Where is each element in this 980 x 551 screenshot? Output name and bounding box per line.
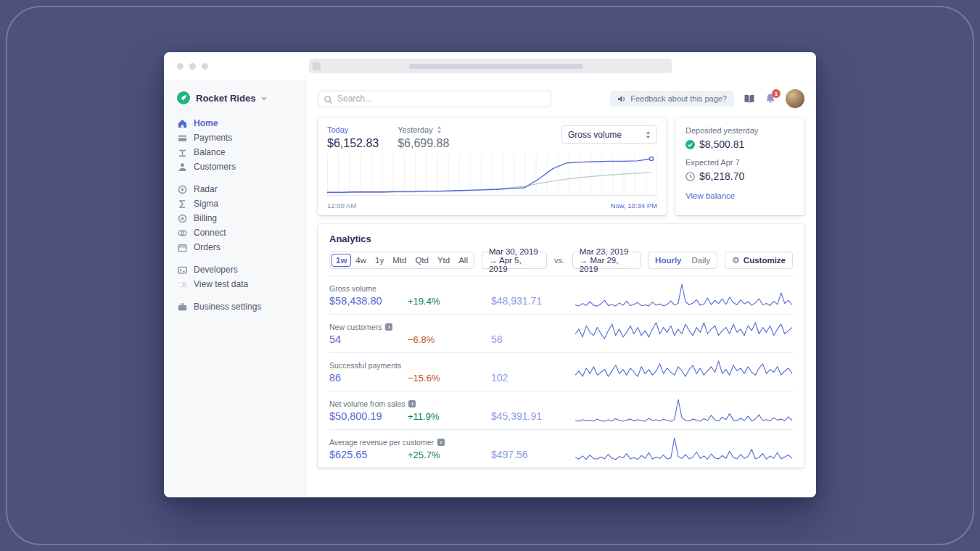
nav-section-products: Radar Sigma Billing Connect Orders <box>177 182 305 254</box>
account-switcher[interactable]: Rocket Rides <box>177 91 305 104</box>
metric-row-new-customers: New customersi 54 −6.8% 58 <box>329 314 793 352</box>
customize-label: Customize <box>744 256 786 265</box>
metric-delta: +11.9% <box>408 411 491 422</box>
close-button[interactable] <box>177 63 184 70</box>
sidebar-item-payments[interactable]: Payments <box>177 130 305 145</box>
account-name: Rocket Rides <box>196 93 255 104</box>
comparison-period-picker[interactable]: Mar 23, 2019 → Mar 29, 2019 <box>572 252 641 269</box>
sparkline-gross-volume <box>575 282 793 308</box>
today-value: $6,152.83 <box>327 137 379 150</box>
check-circle-icon <box>685 140 695 149</box>
sidebar-item-orders[interactable]: Orders <box>177 240 305 254</box>
megaphone-icon <box>617 95 626 103</box>
chevron-down-icon <box>261 96 267 100</box>
sparkline-net-volume <box>575 397 793 423</box>
sidebar-item-view-test-data[interactable]: View test data <box>177 277 305 291</box>
customize-button[interactable]: ⚙ Customize <box>725 252 793 269</box>
metric-label: Net volume from sales <box>329 399 405 408</box>
sidebar-item-developers[interactable]: Developers <box>177 262 305 277</box>
feedback-label: Feedback about this page? <box>630 94 727 103</box>
metric-delta: −6.8% <box>408 334 491 345</box>
customers-icon <box>177 162 187 172</box>
expected-label: Expected Apr 7 <box>685 158 794 167</box>
granularity-toggle: Hourly Daily <box>648 252 717 269</box>
select-stepper-icon <box>646 131 651 138</box>
sidebar-item-billing[interactable]: Billing <box>177 211 305 225</box>
sigma-icon <box>177 199 187 209</box>
info-icon[interactable]: i <box>408 400 416 407</box>
test-data-toggle-icon[interactable] <box>177 280 187 289</box>
avatar[interactable] <box>786 89 804 108</box>
metric-row-net-volume: Net volume from salesi $50,800.19 +11.9%… <box>329 391 793 429</box>
topbar: Feedback about this page? 1 <box>318 90 804 107</box>
metric-label: Average revenue per customer <box>329 438 434 447</box>
sidebar-item-label: Balance <box>194 147 225 157</box>
range-1y[interactable]: 1y <box>371 254 388 267</box>
sidebar-item-sigma[interactable]: Sigma <box>177 196 305 211</box>
today-column: Today $6,152.83 <box>327 125 379 150</box>
granularity-hourly[interactable]: Hourly <box>650 254 686 267</box>
sidebar-item-label: Customers <box>194 162 236 172</box>
yesterday-value: $6,699.88 <box>398 137 449 150</box>
sidebar-item-label: Home <box>194 118 218 128</box>
sparkline-successful-payments <box>575 359 793 385</box>
expected-value: $6,218.70 <box>699 170 744 182</box>
metric-row-successful-payments: Successful payments 86 −15.6% 102 <box>329 352 793 391</box>
zoom-button[interactable] <box>202 63 208 70</box>
range-ytd[interactable]: Ytd <box>433 254 454 267</box>
metric-select-value: Gross volume <box>568 130 622 140</box>
window-controls <box>177 63 208 70</box>
rocket-rides-logo-icon <box>177 91 190 104</box>
range-all[interactable]: All <box>454 254 472 267</box>
nav-section-developers: Developers View test data <box>177 262 305 291</box>
feedback-button[interactable]: Feedback about this page? <box>610 91 734 107</box>
billing-icon <box>177 214 187 223</box>
sidebar-item-label: Billing <box>194 213 217 223</box>
notifications-button[interactable]: 1 <box>765 93 776 104</box>
radar-icon <box>177 185 187 194</box>
metric-label: Gross volume <box>329 284 376 293</box>
analytics-title: Analytics <box>329 233 793 244</box>
metric-value: 86 <box>329 372 408 384</box>
sidebar-item-customers[interactable]: Customers <box>177 160 305 174</box>
search-input[interactable] <box>318 91 551 107</box>
metric-value: 54 <box>329 334 408 345</box>
granularity-daily[interactable]: Daily <box>687 254 716 267</box>
range-mtd[interactable]: Mtd <box>388 254 411 267</box>
info-icon[interactable]: i <box>437 439 445 446</box>
sidebar-item-balance[interactable]: Balance <box>177 145 305 160</box>
analytics-card: Analytics 1w 4w 1y Mtd Qtd Ytd All Mar 3… <box>318 224 804 468</box>
metric-select[interactable]: Gross volume <box>561 125 657 144</box>
range-4w[interactable]: 4w <box>351 254 371 267</box>
book-icon <box>744 94 755 104</box>
sidebar-item-business-settings[interactable]: Business settings <box>177 299 305 314</box>
range-1w[interactable]: 1w <box>332 254 351 267</box>
sidebar: Rocket Rides Home Payments Balance <box>164 80 306 497</box>
current-period-picker[interactable]: Mar 30, 2019 → Apr 5, 2019 <box>482 252 547 269</box>
range-qtd[interactable]: Qtd <box>411 254 433 267</box>
browser-chrome <box>164 52 816 80</box>
info-icon[interactable]: i <box>385 323 392 331</box>
metric-previous-value: $48,931.71 <box>491 295 542 307</box>
sidebar-item-connect[interactable]: Connect <box>177 225 305 240</box>
address-bar[interactable] <box>309 59 672 73</box>
view-balance-link[interactable]: View balance <box>685 191 794 200</box>
site-icon <box>313 62 321 70</box>
date-range-presets: 1w 4w 1y Mtd Qtd Ytd All <box>329 252 474 269</box>
gear-icon: ⚙ <box>732 255 740 265</box>
docs-button[interactable] <box>744 94 755 104</box>
sidebar-item-radar[interactable]: Radar <box>177 182 305 196</box>
metric-value: $58,438.80 <box>329 295 408 307</box>
deposits-card: Deposited yesterday $8,500.81 Expected A… <box>675 117 804 215</box>
yesterday-label: Yesterday <box>398 125 433 134</box>
sidebar-item-label: Orders <box>194 242 221 252</box>
clock-icon <box>685 172 695 181</box>
minimize-button[interactable] <box>189 63 196 70</box>
metric-value: $625.65 <box>329 449 408 460</box>
sidebar-item-home[interactable]: Home <box>177 116 305 130</box>
comparison-stepper-icon[interactable] <box>437 126 442 133</box>
metric-delta: +19.4% <box>408 296 491 307</box>
connect-icon <box>177 228 187 238</box>
analytics-metric-rows: Gross volume $58,438.80 +19.4% $48,931.7… <box>329 276 793 468</box>
metric-label: Successful payments <box>329 361 401 370</box>
